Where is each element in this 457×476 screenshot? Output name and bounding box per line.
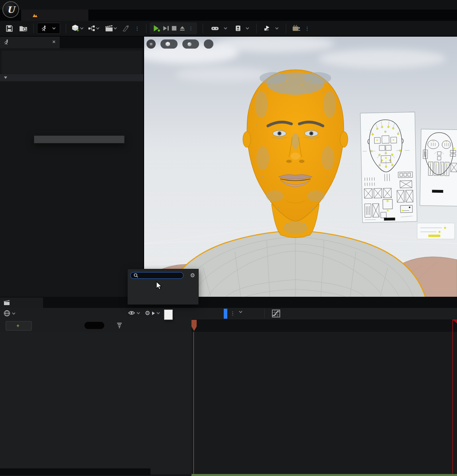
tab-main[interactable] xyxy=(21,10,88,21)
badge-icon xyxy=(235,25,241,31)
viewport-3d[interactable]: ≡ xyxy=(143,36,457,298)
sequencer-panel: ⚙ ⋮ + xyxy=(0,297,457,476)
keyframe-field-accent xyxy=(224,309,227,319)
play-mini-icon xyxy=(152,311,155,315)
save-icon[interactable] xyxy=(2,23,16,33)
keyframe-options-dropdown[interactable]: ⚙ xyxy=(145,309,160,317)
curve-editor-icon[interactable] xyxy=(272,309,280,317)
sequencer-toolbar: ⚙ ⋮ xyxy=(0,308,457,320)
runner-icon xyxy=(4,39,9,45)
asset-tab-row xyxy=(0,10,457,21)
track-list xyxy=(0,332,191,474)
add-track-button[interactable]: + xyxy=(6,321,32,331)
svg-text:+: + xyxy=(76,28,79,32)
eye-icon xyxy=(128,310,135,315)
virtual-camera-icon[interactable] xyxy=(289,23,303,33)
control-rig-submenu: ⚙ xyxy=(127,269,199,305)
show-dropdown[interactable] xyxy=(204,39,213,49)
perspective-dropdown[interactable] xyxy=(160,39,178,49)
playback-controls: ⋮ xyxy=(150,22,197,34)
tooltip xyxy=(164,309,173,320)
pixel-streaming-icon xyxy=(264,25,270,31)
menubar xyxy=(0,0,457,10)
toolbar-overflow-dots[interactable]: ⋮ xyxy=(133,25,141,31)
lit-dropdown[interactable] xyxy=(182,39,199,49)
right-overflow-dots[interactable]: ⋮ xyxy=(303,25,311,31)
cube-icon xyxy=(165,41,170,47)
globe-icon xyxy=(4,310,10,317)
clapperboard-icon xyxy=(4,300,10,306)
face-control-board[interactable] xyxy=(360,112,417,223)
unreal-logo-icon[interactable]: U xyxy=(2,1,19,18)
gamepad-icon xyxy=(211,25,219,31)
animation-tools xyxy=(2,51,142,74)
sequencer-toolbar2: + xyxy=(0,319,191,332)
playback-overflow-dots[interactable]: ⋮ xyxy=(187,26,195,31)
fps-dropdown[interactable] xyxy=(236,311,242,313)
sequence-browse-dropdown[interactable] xyxy=(4,310,16,317)
context-menu xyxy=(34,135,125,143)
submenu-gear-icon[interactable]: ⚙ xyxy=(190,272,195,278)
animation-panel: ✕ xyxy=(0,36,144,297)
blueprints-icon[interactable] xyxy=(85,23,102,33)
gear-icon: ⚙ xyxy=(145,309,150,317)
vp-roles-dropdown[interactable] xyxy=(231,25,253,31)
tweakers-board[interactable] xyxy=(420,129,457,206)
playhead-line xyxy=(193,332,194,474)
close-icon[interactable]: ✕ xyxy=(52,39,56,45)
eject-icon[interactable] xyxy=(179,25,186,31)
search-pill[interactable] xyxy=(84,322,104,329)
platforms-dropdown[interactable] xyxy=(207,25,231,31)
seq-toolbar-dots[interactable]: ⋮ xyxy=(228,310,237,316)
filter-icon[interactable] xyxy=(116,322,123,328)
view-options-dropdown[interactable] xyxy=(128,310,140,315)
add-actor-icon[interactable]: + xyxy=(69,23,85,33)
timeline-ruler[interactable] xyxy=(191,319,457,332)
runner-icon xyxy=(41,25,47,31)
playhead-marker[interactable] xyxy=(191,320,197,331)
sequence-end-line xyxy=(452,319,453,474)
playback-range-bar[interactable] xyxy=(191,474,457,476)
pixel-streaming-dropdown[interactable] xyxy=(260,25,283,31)
sequencer-tab-row xyxy=(0,297,457,308)
search-input[interactable] xyxy=(130,272,184,279)
step-forward-icon[interactable] xyxy=(162,25,170,31)
status-bar xyxy=(0,468,150,475)
content-browser-icon[interactable] xyxy=(16,23,30,33)
tab-animation[interactable]: ✕ xyxy=(0,36,60,48)
mouse-cursor xyxy=(154,281,162,290)
cinematics-icon[interactable] xyxy=(102,23,119,33)
viewport-menu-icon[interactable]: ≡ xyxy=(146,39,156,49)
main-toolbar: + ⋮ ⋮ ⋮ xyxy=(0,21,457,37)
level-icon xyxy=(32,13,38,18)
landscape-paint-icon[interactable] xyxy=(119,23,133,33)
collapse-arrow-icon xyxy=(4,76,7,79)
play-icon[interactable] xyxy=(152,24,161,32)
viewport-3d-scene xyxy=(143,37,457,298)
animation-settings-header[interactable] xyxy=(0,74,143,81)
stop-icon[interactable] xyxy=(171,25,178,31)
timeline-lanes[interactable] xyxy=(191,332,457,474)
board-legend xyxy=(417,223,455,239)
lit-sphere-icon xyxy=(187,42,192,47)
tab-sequencer[interactable] xyxy=(0,298,43,308)
search-icon xyxy=(134,273,138,278)
mode-selector-dropdown[interactable] xyxy=(37,23,60,34)
